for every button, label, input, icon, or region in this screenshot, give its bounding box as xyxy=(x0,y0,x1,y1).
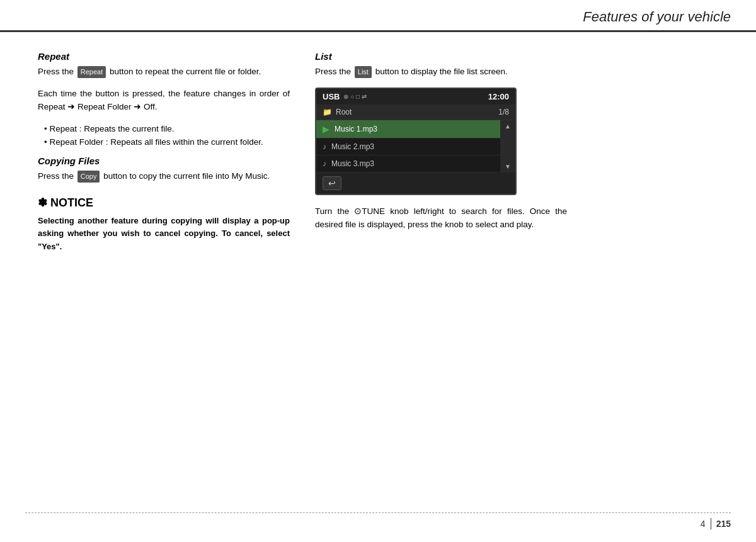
usb-file-name-2: Music 2.mp3 xyxy=(331,142,374,151)
footer-dashes xyxy=(25,512,731,513)
usb-screen: USB ⊗ ○ □ ⇌ 12:00 📁 Root 1/8 ▶ xyxy=(315,88,517,195)
list-p1-text: Press the xyxy=(315,67,351,76)
usb-file-row-2: ♪ Music 2.mp3 xyxy=(316,138,500,155)
notice-section: ✽ NOTICE Selecting another feature durin… xyxy=(38,196,290,254)
usb-scroll-area: ▶ Music 1.mp3 ♪ Music 2.mp3 ♪ Music 3.mp… xyxy=(316,120,515,172)
tune-text: Turn the ⊙TUNE knob left/right to search… xyxy=(315,205,567,232)
usb-folder-row: 📁 Root 1/8 xyxy=(316,104,515,120)
repeat-body-2: Each time the button is pressed, the fea… xyxy=(38,88,290,114)
usb-file-row-3: ♪ Music 3.mp3 xyxy=(316,155,500,172)
repeat-button-label: Repeat xyxy=(77,66,106,78)
usb-bottom-bar: ↩ xyxy=(316,172,515,194)
scroll-up-arrow[interactable]: ▲ xyxy=(505,123,511,130)
music-icon-2: ♪ xyxy=(323,142,326,151)
repeat-p1b-text: button to repeat the current file or fol… xyxy=(110,67,261,76)
usb-folder-left: 📁 Root xyxy=(323,108,352,116)
list-p1b-text: button to display the file list screen. xyxy=(375,67,508,76)
usb-topbar-left: USB ⊗ ○ □ ⇌ xyxy=(323,92,367,101)
left-column: Repeat Press the Repeat button to repeat… xyxy=(38,51,290,254)
right-column: List Press the List button to display th… xyxy=(315,51,567,254)
footer-page-number: 215 xyxy=(716,519,731,529)
copying-title: Copying Files xyxy=(38,155,290,166)
repeat-bullets: Repeat : Repeats the current file. Repea… xyxy=(44,123,290,149)
copying-p1b-text: button to copy the current file into My … xyxy=(103,171,270,181)
bullet-item: Repeat Folder : Repeats all files within… xyxy=(44,136,290,149)
usb-file-list: ▶ Music 1.mp3 ♪ Music 2.mp3 ♪ Music 3.mp… xyxy=(316,120,500,172)
usb-time: 12:00 xyxy=(488,92,509,101)
folder-icon: 📁 xyxy=(323,108,332,116)
footer-page: 4 215 xyxy=(25,518,731,529)
list-title: List xyxy=(315,51,567,62)
footer-divider xyxy=(711,518,711,529)
repeat-title: Repeat xyxy=(38,51,290,62)
main-content: Repeat Press the Repeat button to repeat… xyxy=(0,32,756,266)
copying-body: Press the Copy button to copy the curren… xyxy=(38,170,290,183)
notice-body: Selecting another feature during copying… xyxy=(38,215,290,254)
usb-file-name-1: Music 1.mp3 xyxy=(335,125,377,133)
page-title: Features of your vehicle xyxy=(583,9,731,25)
footer-chapter: 4 xyxy=(701,519,706,529)
list-button-label: List xyxy=(355,66,372,78)
usb-scrollbar: ▲ ▼ xyxy=(500,120,515,172)
bullet-item: Repeat : Repeats the current file. xyxy=(44,123,290,136)
usb-label: USB xyxy=(323,92,340,101)
usb-folder-name: Root xyxy=(336,108,352,116)
repeat-body-1: Press the Repeat button to repeat the cu… xyxy=(38,65,290,79)
header: Features of your vehicle xyxy=(0,0,756,32)
footer: 4 215 xyxy=(0,512,756,529)
list-body: Press the List button to display the fil… xyxy=(315,65,567,79)
copy-button-label: Copy xyxy=(77,171,100,183)
usb-folder-count: 1/8 xyxy=(498,108,509,116)
play-icon: ▶ xyxy=(323,124,329,134)
back-button[interactable]: ↩ xyxy=(323,176,341,190)
usb-file-row-1: ▶ Music 1.mp3 xyxy=(316,120,500,138)
usb-file-name-3: Music 3.mp3 xyxy=(331,159,374,168)
notice-title: ✽ NOTICE xyxy=(38,196,290,210)
usb-topbar: USB ⊗ ○ □ ⇌ 12:00 xyxy=(316,89,515,104)
usb-icons: ⊗ ○ □ ⇌ xyxy=(343,93,366,100)
music-icon-3: ♪ xyxy=(323,159,326,168)
repeat-p1-text: Press the xyxy=(38,67,74,76)
copying-p1-text: Press the xyxy=(38,171,74,181)
scroll-down-arrow[interactable]: ▼ xyxy=(505,163,511,170)
